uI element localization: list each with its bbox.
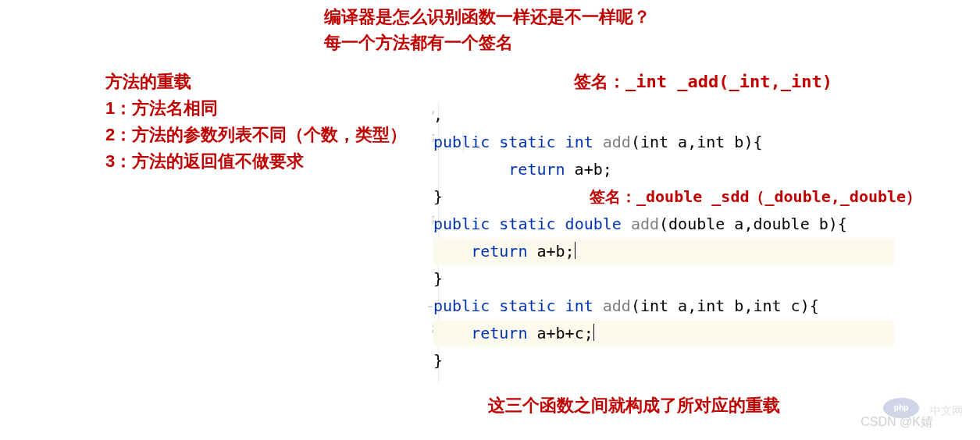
brace: } xyxy=(433,269,443,288)
keyword-public: public xyxy=(433,296,490,315)
header-line1: 编译器是怎么识别函数一样还是不一样呢？ xyxy=(324,4,650,30)
keyword-static: static xyxy=(499,133,555,151)
code-line-highlighted: return a+b; xyxy=(433,238,894,265)
code-line: , xyxy=(433,101,933,129)
signature-int: 签名：_int _add(_int,_int) xyxy=(574,70,832,94)
code-line: public static int add(int a,int b){ xyxy=(433,129,933,156)
watermark-csdn: CSDN @K婧 xyxy=(861,414,933,431)
code-line: } xyxy=(433,347,933,374)
code-line: return a+b; xyxy=(433,156,933,183)
code-line: -public static int add(int a,int b,int c… xyxy=(433,293,933,320)
params: (double a,double b){ xyxy=(659,215,847,233)
type-int: int xyxy=(565,133,593,151)
text-cursor xyxy=(575,242,576,259)
code-line: } xyxy=(433,265,933,293)
signature-double: 签名：_double _sdd（_double,_double） xyxy=(590,183,921,211)
indent-guide xyxy=(463,133,464,152)
keyword-return: return xyxy=(508,160,565,179)
brace: } xyxy=(433,351,443,370)
brace: } xyxy=(433,187,443,206)
text-cursor xyxy=(593,324,595,341)
keyword-return: return xyxy=(471,242,527,261)
type-double: double xyxy=(565,215,622,233)
params: (int a,int b){ xyxy=(631,133,763,151)
keyword-public: public xyxy=(433,215,490,233)
code-editor: , public static int add(int a,int b){ re… xyxy=(433,101,933,374)
function-name: add xyxy=(603,133,631,151)
code-line: public static double add(double a,double… xyxy=(433,211,933,238)
keyword-return: return xyxy=(471,324,527,342)
header-question: 编译器是怎么识别函数一样还是不一样呢？ 每一个方法都有一个签名 xyxy=(324,4,650,55)
rule-3: 3：方法的返回值不做要求 xyxy=(105,148,407,175)
function-name: add xyxy=(631,215,659,233)
keyword-static: static xyxy=(499,296,555,315)
watermark-site: 中文网 xyxy=(930,404,963,418)
rule-2: 2：方法的参数列表不同（个数，类型） xyxy=(105,122,407,148)
rule-1: 1：方法名相同 xyxy=(105,95,407,122)
expr: a+b+c; xyxy=(527,324,593,342)
expr: a+b; xyxy=(565,160,612,179)
header-line2: 每一个方法都有一个签名 xyxy=(324,30,650,55)
function-name: add xyxy=(603,296,631,315)
collapse-mark: - xyxy=(426,293,435,320)
bottom-summary: 这三个函数之间就构成了所对应的重载 xyxy=(488,394,780,417)
code-text: , xyxy=(433,105,443,124)
keyword-static: static xyxy=(499,215,555,233)
params: (int a,int b,int c){ xyxy=(631,296,819,315)
code-line-highlighted: return a+b+c; xyxy=(433,320,894,347)
overload-rules: 方法的重载 1：方法名相同 2：方法的参数列表不同（个数，类型） 3：方法的返回… xyxy=(105,69,407,175)
keyword-public: public xyxy=(433,133,490,151)
expr: a+b; xyxy=(527,242,574,261)
rules-title: 方法的重载 xyxy=(105,69,407,95)
type-int: int xyxy=(565,296,593,315)
